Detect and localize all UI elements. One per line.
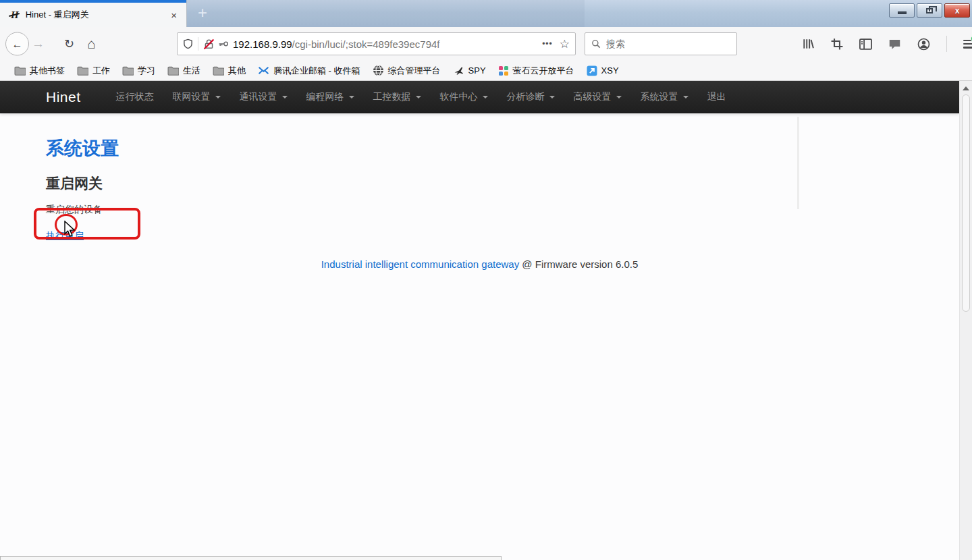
bookmark-label: SPY xyxy=(468,65,486,76)
bookmark-label: 学习 xyxy=(138,65,155,77)
globe-icon xyxy=(373,65,384,76)
home-button[interactable]: ⌂ xyxy=(87,36,96,52)
titlebar-shade xyxy=(187,0,585,27)
folder-icon xyxy=(167,66,179,76)
url-host: 192.168.9.99 xyxy=(233,38,292,50)
perform-reboot-link[interactable]: 执行重启 xyxy=(46,230,84,241)
status-popup xyxy=(0,556,502,560)
nav-item-running-status[interactable]: 运行状态 xyxy=(107,91,163,103)
page-actions-icon[interactable]: ••• xyxy=(542,39,553,49)
tab-title: Hinet - 重启网关 xyxy=(26,9,169,21)
window-controls: x xyxy=(889,3,970,18)
bookmark-management-platform[interactable]: 综合管理平台 xyxy=(367,63,447,79)
bookmark-folder-work[interactable]: 工作 xyxy=(71,63,116,79)
bookmark-spy[interactable]: SPY xyxy=(447,63,492,78)
back-button[interactable]: ← xyxy=(5,32,29,56)
forward-button[interactable]: → xyxy=(32,36,45,51)
folder-icon xyxy=(122,66,134,76)
page-title: 系统设置 xyxy=(46,136,972,161)
page-viewport: Hinet 运行状态 联网设置 通讯设置 编程网络 工控数据 软件中心 分析诊断… xyxy=(0,81,972,560)
chevron-down-icon xyxy=(616,96,622,99)
page-content: 系统设置 重启网关 重启您的设备 执行重启 xyxy=(0,113,972,242)
vertical-scrollbar[interactable] xyxy=(959,81,972,560)
bookmark-folder-life[interactable]: 生活 xyxy=(161,63,207,79)
nav-item-software-center[interactable]: 软件中心 xyxy=(431,91,497,103)
screenshot-icon[interactable] xyxy=(831,38,843,50)
ezviz-icon xyxy=(498,65,509,76)
plane-icon xyxy=(453,65,464,76)
scrollbar-up-arrow-icon[interactable] xyxy=(963,86,969,90)
bookmark-folder-misc[interactable]: 其他 xyxy=(207,63,252,79)
insecure-lock-icon xyxy=(203,38,215,50)
reload-icon: ↻ xyxy=(64,37,74,51)
nav-item-industrial-data[interactable]: 工控数据 xyxy=(364,91,431,103)
saved-login-key-icon xyxy=(218,38,229,49)
restore-icon xyxy=(926,8,933,13)
bookmark-label: XSY xyxy=(601,65,619,76)
bookmark-label: 工作 xyxy=(92,65,110,77)
urlbar-separator xyxy=(198,37,198,51)
brand-logo[interactable]: Hinet xyxy=(46,89,81,105)
url-path: /cgi-bin/luci/;stok=489fe39ec794f xyxy=(292,38,440,50)
nav-item-system-settings[interactable]: 系统设置 xyxy=(631,91,698,103)
home-icon: ⌂ xyxy=(87,36,96,51)
menu-button[interactable]: ↑ xyxy=(963,40,972,49)
xsy-icon xyxy=(587,65,597,76)
chevron-down-icon xyxy=(349,96,354,99)
firmware-version-text: @ Firmware version 6.0.5 xyxy=(522,258,638,270)
bookmark-ezviz-platform[interactable]: 萤石云开放平台 xyxy=(492,63,580,79)
tencent-exmail-icon xyxy=(258,65,269,76)
folder-icon xyxy=(213,66,224,76)
nav-item-network-settings[interactable]: 联网设置 xyxy=(163,91,230,103)
sidebar-icon[interactable] xyxy=(859,38,872,50)
footer-gateway-link[interactable]: Industrial intelligent communication gat… xyxy=(321,258,520,270)
bookmark-label: 萤石云开放平台 xyxy=(513,65,574,77)
nav-item-communication-settings[interactable]: 通讯设置 xyxy=(230,91,297,103)
new-tab-button[interactable]: + xyxy=(191,3,214,24)
nav-item-analysis-diagnosis[interactable]: 分析诊断 xyxy=(497,91,564,103)
page-footer: Industrial intelligent communication gat… xyxy=(0,258,959,270)
search-icon xyxy=(591,39,601,49)
bookmark-star-icon[interactable]: ☆ xyxy=(560,37,570,51)
chevron-down-icon xyxy=(683,96,688,99)
content-divider xyxy=(797,117,799,209)
bookmarks-bar: 其他书签 工作 学习 生活 其他 腾讯企业邮箱 - 收件箱 综合管理平台 xyxy=(0,61,972,81)
nav-item-programming-network[interactable]: 编程网络 xyxy=(297,91,364,103)
close-button[interactable]: x xyxy=(944,3,970,18)
nav-item-logout[interactable]: 退出 xyxy=(698,91,736,103)
tab-close-icon[interactable]: × xyxy=(168,9,180,21)
search-input[interactable] xyxy=(606,38,730,49)
section-description: 重启您的设备 xyxy=(46,204,972,216)
minimize-icon xyxy=(898,11,907,14)
browser-tab-active[interactable]: H Hinet - 重启网关 × xyxy=(0,0,187,27)
bookmark-label: 其他 xyxy=(228,65,246,77)
forward-icon: → xyxy=(32,36,45,51)
section-title: 重启网关 xyxy=(46,174,972,193)
folder-icon xyxy=(77,66,88,76)
toolbar-separator xyxy=(946,36,947,52)
account-icon[interactable] xyxy=(917,38,930,51)
messages-bubble-icon[interactable] xyxy=(888,38,901,50)
restore-button[interactable] xyxy=(917,3,942,18)
library-icon[interactable] xyxy=(802,38,815,50)
nav-item-advanced-settings[interactable]: 高级设置 xyxy=(564,91,631,103)
site-navbar: Hinet 运行状态 联网设置 通讯设置 编程网络 工控数据 软件中心 分析诊断… xyxy=(0,81,959,113)
folder-icon xyxy=(14,66,26,76)
minimize-button[interactable] xyxy=(889,3,915,18)
scrollbar-thumb[interactable] xyxy=(962,94,970,312)
bookmark-label: 生活 xyxy=(183,65,200,77)
bookmark-label: 腾讯企业邮箱 - 收件箱 xyxy=(273,65,360,77)
bookmark-folder-other-bookmarks[interactable]: 其他书签 xyxy=(8,63,71,79)
bookmark-folder-study[interactable]: 学习 xyxy=(116,63,161,79)
search-bar[interactable] xyxy=(585,32,737,55)
reload-button[interactable]: ↻ xyxy=(64,36,74,51)
chevron-down-icon xyxy=(215,96,221,99)
tracking-shield-icon[interactable] xyxy=(183,38,193,49)
bookmark-xsy[interactable]: XSY xyxy=(580,63,625,78)
chevron-down-icon xyxy=(483,96,488,99)
url-text[interactable]: 192.168.9.99/cgi-bin/luci/;stok=489fe39e… xyxy=(233,38,539,50)
bookmark-label: 其他书签 xyxy=(30,65,65,77)
url-bar[interactable]: 192.168.9.99/cgi-bin/luci/;stok=489fe39e… xyxy=(177,32,576,55)
bookmark-tencent-exmail[interactable]: 腾讯企业邮箱 - 收件箱 xyxy=(252,63,367,79)
toolbar-icons: ↑ xyxy=(802,27,972,61)
